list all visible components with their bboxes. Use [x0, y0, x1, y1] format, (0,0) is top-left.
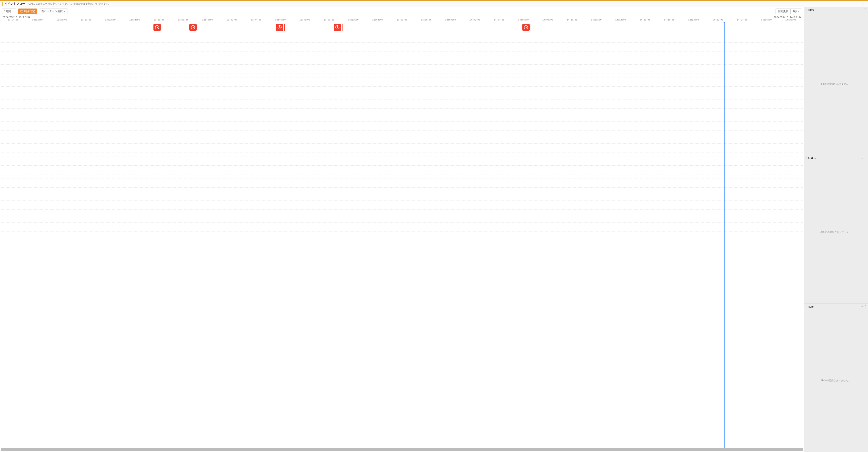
timeline-row: [1, 192, 803, 196]
timeline-row: [1, 34, 803, 38]
action-add-button[interactable]: ＋: [861, 156, 864, 160]
timeline-row: [1, 218, 803, 223]
action-collapse-button[interactable]: ˄: [865, 156, 867, 160]
chevron-down-icon: ▼: [798, 10, 800, 12]
timeline-row: [1, 82, 803, 87]
time-tick: 14:18:00: [664, 19, 675, 21]
auto-refresh-button[interactable]: 自動更新: [776, 8, 790, 14]
timeline-event[interactable]: [334, 24, 342, 31]
display-pattern-select[interactable]: 表示パターン選択 ▼: [39, 8, 68, 14]
filter-collapse-button[interactable]: ˄: [865, 8, 867, 12]
time-tick: 13:30:00: [81, 19, 91, 21]
timeline-chart[interactable]: [1, 22, 803, 448]
timeline-row: [1, 117, 803, 122]
rule-add-button[interactable]: ＋: [861, 305, 864, 308]
timeline-toolbar: 1時間 ▼ 範囲指定 表示パターン選択 ▼ 自動更新 1秒 ▼: [0, 7, 804, 15]
header-accent: [2, 2, 3, 6]
time-tick: 13:32:00: [105, 19, 116, 21]
event-tail: [197, 24, 198, 31]
timeline-row: [1, 60, 803, 65]
chevron-down-icon: ▼: [64, 10, 66, 12]
side-panels: ⠿ Filter ＋ ˄ Filterの登録がありません。 ⠿ Action ＋…: [804, 7, 868, 452]
rule-panel-header: ⠿ Rule ＋ ˄: [804, 304, 868, 309]
time-tick: 13:36:00: [154, 19, 164, 21]
timeline-row: [1, 157, 803, 161]
time-range-label: 1時間: [4, 9, 11, 13]
timeline-row: [1, 47, 803, 52]
timeline-row: [1, 188, 803, 192]
time-tick: 14:00:00: [445, 19, 456, 21]
timeline-row: [1, 122, 803, 126]
event-tail: [162, 24, 162, 31]
svg-rect-0: [21, 10, 23, 12]
timeline-event[interactable]: [153, 24, 162, 31]
clock-icon: [189, 24, 197, 31]
timeline-row: [1, 148, 803, 153]
timeline-event[interactable]: [189, 24, 198, 31]
page-title: イベントフロー: [5, 2, 25, 6]
action-panel-title: Action: [808, 157, 816, 160]
filter-add-button[interactable]: ＋: [861, 8, 864, 12]
page-description: OASEに関する各種設定をメンテナンス（閲覧/登録/更新/廃止）できます。: [29, 2, 111, 6]
time-tick: 14:28:00: [785, 19, 796, 21]
timeline-row: [1, 126, 803, 130]
header-menu-button[interactable]: ⋮: [861, 2, 866, 5]
drag-handle-icon[interactable]: ⠿: [806, 157, 807, 160]
time-tick: 14:20:00: [688, 19, 699, 21]
clock-icon: [276, 24, 283, 31]
rule-panel-body: Ruleの登録がありません。: [804, 309, 868, 452]
timeline-event[interactable]: [522, 24, 531, 31]
timeline-event[interactable]: [276, 24, 285, 31]
timeline-rows: [1, 22, 803, 231]
time-tick: 14:26:00: [761, 19, 772, 21]
timeline-row: [1, 73, 803, 78]
refresh-interval-select[interactable]: 1秒 ▼: [790, 8, 802, 14]
time-end: 2024/05/15 14:28:34: [774, 16, 801, 19]
time-tick: 14:02:00: [470, 19, 480, 21]
timeline-row: [1, 166, 803, 170]
timeline-row: [1, 91, 803, 95]
timeline-row: [1, 179, 803, 183]
drag-handle-icon[interactable]: ⠿: [806, 8, 807, 11]
timeline-row: [1, 65, 803, 69]
filter-panel-title: Filter: [808, 8, 814, 11]
timeline-row: [1, 52, 803, 56]
time-range-select[interactable]: 1時間 ▼: [2, 8, 16, 14]
time-tick: 13:54:00: [372, 19, 383, 21]
time-start: 2024/05/15 13:22:34: [2, 16, 30, 19]
scrollbar-thumb[interactable]: [1, 448, 803, 451]
page-header: イベントフロー OASEに関する各種設定をメンテナンス（閲覧/登録/更新/廃止）…: [0, 1, 868, 7]
clock-icon: [153, 24, 161, 31]
horizontal-scrollbar[interactable]: [1, 448, 803, 451]
time-tick: 14:14:00: [615, 19, 626, 21]
timeline-row: [1, 87, 803, 91]
timeline-row: [1, 38, 803, 43]
clock-icon: [522, 24, 530, 31]
calendar-icon: [20, 10, 23, 13]
timeline-row: [1, 95, 803, 100]
range-specify-button[interactable]: 範囲指定: [18, 8, 37, 14]
time-tick: 14:10:00: [567, 19, 577, 21]
action-panel: ⠿ Action ＋ ˄ Actionの登録がありません。: [804, 155, 868, 304]
timeline-row: [1, 22, 803, 34]
timeline-row: [1, 69, 803, 73]
time-range-header: 2024/05/15 13:22:34 2024/05/15 14:28:34: [0, 15, 804, 19]
time-tick: 14:04:00: [494, 19, 504, 21]
time-tick: 13:58:00: [421, 19, 431, 21]
time-tick: 13:40:00: [202, 19, 213, 21]
action-empty-text: Actionの登録がありません。: [820, 230, 851, 234]
rule-collapse-button[interactable]: ˄: [865, 305, 867, 308]
timeline-row: [1, 113, 803, 117]
timeline-row: [1, 135, 803, 139]
filter-empty-text: Filterの登録がありません。: [821, 82, 851, 86]
timeline-row: [1, 227, 803, 231]
timeline-row: [1, 223, 803, 227]
clock-icon: [334, 24, 341, 31]
drag-handle-icon[interactable]: ⠿: [806, 305, 807, 308]
filter-panel: ⠿ Filter ＋ ˄ Filterの登録がありません。: [804, 7, 868, 155]
timeline-row: [1, 130, 803, 135]
action-panel-header: ⠿ Action ＋ ˄: [804, 155, 868, 161]
time-tick: 13:42:00: [227, 19, 237, 21]
timeline-row: [1, 183, 803, 188]
time-tick: 13:24:00: [8, 19, 18, 21]
